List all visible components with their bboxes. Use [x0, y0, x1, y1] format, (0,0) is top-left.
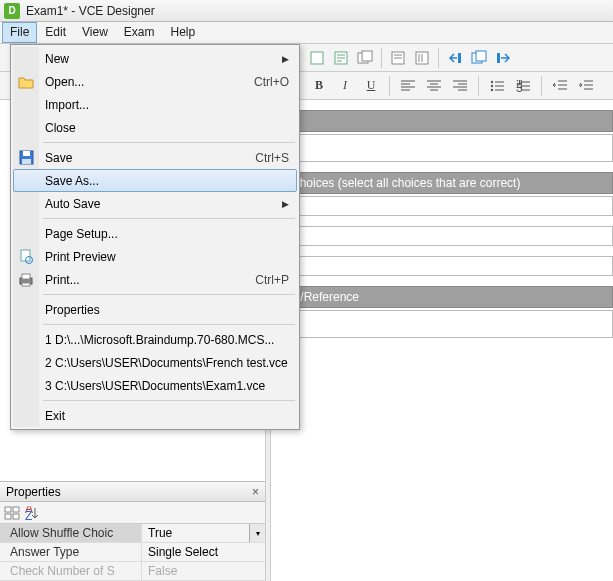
menu-bar: File Edit View Exam Help — [0, 22, 613, 44]
property-key: Allow Shuffle Choic — [0, 524, 142, 542]
menu-item-label: Exit — [45, 409, 65, 423]
menu-item-auto-save[interactable]: Auto Save ▶ — [13, 192, 297, 215]
property-value[interactable]: True ▾ — [142, 524, 265, 542]
menu-item-recent-3[interactable]: 3 C:\Users\USER\Documents\Exam1.vce — [13, 374, 297, 397]
print-icon — [18, 272, 34, 288]
menu-item-label: Open... — [45, 75, 84, 89]
dropdown-button-icon[interactable]: ▾ — [249, 524, 265, 542]
properties-titlebar: Properties × — [0, 482, 265, 502]
property-row[interactable]: Answer Type Single Select — [0, 543, 265, 562]
svg-rect-26 — [5, 514, 11, 519]
properties-title-label: Properties — [6, 485, 61, 499]
menu-item-label: Auto Save — [45, 197, 100, 211]
toolbar-btn-2[interactable] — [330, 47, 352, 69]
svg-point-12 — [491, 88, 493, 90]
window-title: Exam1* - VCE Designer — [26, 4, 155, 18]
folder-open-icon — [18, 74, 34, 90]
properties-grid: Allow Shuffle Choic True ▾ Answer Type S… — [0, 524, 265, 581]
align-right-button[interactable] — [449, 75, 471, 97]
underline-button[interactable]: U — [360, 75, 382, 97]
svg-text:3: 3 — [516, 81, 523, 92]
section-question-box[interactable] — [272, 134, 613, 162]
menu-item-print[interactable]: Print... Ctrl+P — [13, 268, 297, 291]
save-icon — [18, 150, 34, 166]
svg-rect-17 — [23, 151, 30, 156]
menu-item-open[interactable]: Open... Ctrl+O — [13, 70, 297, 93]
title-bar: D Exam1* - VCE Designer — [0, 0, 613, 22]
menu-item-label: Save — [45, 151, 72, 165]
menu-item-label: New — [45, 52, 69, 66]
properties-toolbar: AZ — [0, 502, 265, 524]
section-choices-box2[interactable] — [272, 226, 613, 246]
property-row[interactable]: Allow Shuffle Choic True ▾ — [0, 524, 265, 543]
indent-button[interactable] — [575, 75, 597, 97]
toolbar-btn-8[interactable] — [492, 47, 514, 69]
app-icon: D — [4, 3, 20, 19]
toolbar-btn-6[interactable] — [444, 47, 466, 69]
section-explanation-box[interactable] — [272, 310, 613, 338]
svg-rect-22 — [22, 274, 30, 279]
print-preview-icon — [18, 249, 34, 265]
menu-view[interactable]: View — [74, 22, 116, 43]
list-bullet-button[interactable] — [486, 75, 508, 97]
bold-button[interactable]: B — [308, 75, 330, 97]
file-menu-dropdown: New ▶ Open... Ctrl+O Import... Close Sav… — [10, 44, 300, 430]
menu-item-recent-2[interactable]: 2 C:\Users\USER\Documents\French test.vc… — [13, 351, 297, 374]
menu-item-import[interactable]: Import... — [13, 93, 297, 116]
sort-icon[interactable]: AZ — [24, 506, 40, 520]
svg-rect-9 — [497, 53, 500, 63]
section-explanation-header: tion/Reference — [272, 286, 613, 308]
svg-rect-0 — [311, 52, 323, 64]
section-choices-box3[interactable] — [272, 256, 613, 276]
align-center-button[interactable] — [423, 75, 445, 97]
menu-item-save-as[interactable]: Save As... — [13, 169, 297, 192]
menu-item-new[interactable]: New ▶ — [13, 47, 297, 70]
submenu-arrow-icon: ▶ — [282, 199, 289, 209]
svg-rect-18 — [22, 159, 31, 164]
menu-item-close[interactable]: Close — [13, 116, 297, 139]
svg-rect-3 — [362, 51, 372, 61]
menu-item-label: Close — [45, 121, 76, 135]
menu-file[interactable]: File — [2, 22, 37, 43]
property-key: Answer Type — [0, 543, 142, 561]
editor-area: n e Choices (select all choices that are… — [272, 100, 613, 348]
close-icon[interactable]: × — [252, 485, 259, 499]
menu-exam[interactable]: Exam — [116, 22, 163, 43]
svg-rect-27 — [13, 514, 19, 519]
section-choices-box[interactable] — [272, 196, 613, 216]
properties-panel: Properties × AZ Allow Shuffle Choic True… — [0, 481, 265, 581]
menu-shortcut: Ctrl+S — [255, 151, 289, 165]
italic-button[interactable]: I — [334, 75, 356, 97]
menu-edit[interactable]: Edit — [37, 22, 74, 43]
menu-item-page-setup[interactable]: Page Setup... — [13, 222, 297, 245]
outdent-button[interactable] — [549, 75, 571, 97]
menu-item-label: Properties — [45, 303, 100, 317]
menu-item-label: 3 C:\Users\USER\Documents\Exam1.vce — [45, 379, 265, 393]
property-value[interactable]: Single Select — [142, 543, 265, 561]
menu-item-label: Import... — [45, 98, 89, 112]
svg-rect-23 — [22, 283, 30, 286]
submenu-arrow-icon: ▶ — [282, 54, 289, 64]
svg-point-10 — [491, 80, 493, 82]
categorize-icon[interactable] — [4, 506, 20, 520]
list-number-button[interactable]: 123 — [512, 75, 534, 97]
svg-rect-24 — [5, 507, 11, 512]
menu-shortcut: Ctrl+P — [255, 273, 289, 287]
menu-item-properties[interactable]: Properties — [13, 298, 297, 321]
menu-item-recent-1[interactable]: 1 D:\...\Microsoft.Braindump.70-680.MCS.… — [13, 328, 297, 351]
toolbar-btn-5[interactable] — [411, 47, 433, 69]
menu-item-label: Print... — [45, 273, 80, 287]
svg-point-11 — [491, 84, 493, 86]
toolbar-btn-4[interactable] — [387, 47, 409, 69]
menu-item-print-preview[interactable]: Print Preview — [13, 245, 297, 268]
menu-item-exit[interactable]: Exit — [13, 404, 297, 427]
toolbar-btn-3[interactable] — [354, 47, 376, 69]
property-key: Check Number of S — [0, 562, 142, 580]
toolbar-btn-7[interactable] — [468, 47, 490, 69]
menu-help[interactable]: Help — [163, 22, 204, 43]
menu-item-save[interactable]: Save Ctrl+S — [13, 146, 297, 169]
menu-item-label: Page Setup... — [45, 227, 118, 241]
align-left-button[interactable] — [397, 75, 419, 97]
menu-item-label: 2 C:\Users\USER\Documents\French test.vc… — [45, 356, 288, 370]
toolbar-btn-1[interactable] — [306, 47, 328, 69]
